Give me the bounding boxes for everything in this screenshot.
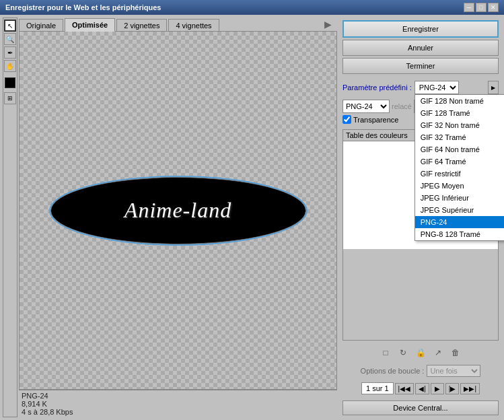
image-status: PNG-24 8,914 K 4 s à 28,8 Kbps bbox=[19, 390, 337, 417]
play-prev[interactable]: ◀| bbox=[415, 383, 429, 394]
preset-select[interactable]: PNG-24 bbox=[415, 81, 459, 94]
preset-options-button[interactable]: ▶ bbox=[488, 81, 499, 94]
loop-select[interactable]: Une fois bbox=[427, 365, 480, 377]
maximize-button[interactable]: □ bbox=[476, 3, 487, 12]
format-select[interactable]: PNG-24 bbox=[343, 100, 390, 113]
play-play[interactable]: ▶ bbox=[431, 383, 444, 394]
dropdown-item-png8128trame[interactable]: PNG-8 128 Tramé bbox=[415, 228, 504, 240]
tab-2vignettes[interactable]: 2 vignettes bbox=[116, 19, 167, 32]
preset-dropdown[interactable]: GIF 128 Non tramé GIF 128 Tramé GIF 32 N… bbox=[415, 94, 504, 241]
interlace-label: relacé bbox=[392, 102, 412, 110]
hand-tool[interactable]: ✋ bbox=[4, 60, 16, 72]
save-button[interactable]: Enregistrer bbox=[343, 20, 499, 38]
canvas-background: Anime-land bbox=[20, 32, 336, 389]
dropdown-item-gifrestrictif[interactable]: GIF restrictif bbox=[415, 168, 504, 180]
preset-label: Paramètre prédéfini : bbox=[343, 83, 412, 92]
loop-row: Options de boucle : Une fois bbox=[340, 363, 501, 378]
logo-oval: Anime-land bbox=[50, 177, 306, 244]
zoom-tool[interactable]: 🔍 bbox=[4, 33, 16, 45]
icon-new[interactable]: □ bbox=[380, 347, 392, 359]
dropdown-item-jpegsuperior[interactable]: JPEG Supérieur bbox=[415, 204, 504, 216]
tabs-arrow[interactable]: ▶ bbox=[322, 18, 334, 31]
dropdown-item-gif128nontrame[interactable]: GIF 128 Non tramé bbox=[415, 95, 504, 107]
tab-4vignettes[interactable]: 4 vignettes bbox=[168, 19, 219, 32]
frame-display: 1 sur 1 bbox=[361, 382, 394, 394]
window-title: Enregistrer pour le Web et les périphéri… bbox=[5, 3, 161, 11]
logo-text: Anime-land bbox=[124, 198, 231, 223]
title-bar: Enregistrer pour le Web et les périphéri… bbox=[0, 0, 504, 15]
play-first[interactable]: |◀◀ bbox=[395, 383, 415, 394]
device-central-button[interactable]: Device Central... bbox=[343, 400, 499, 415]
main-left: Originale Optimisée 2 vignettes 4 vignet… bbox=[19, 18, 337, 417]
icon-export[interactable]: ↗ bbox=[432, 347, 444, 359]
icon-lock[interactable]: 🔒 bbox=[415, 347, 427, 359]
play-last[interactable]: ▶▶| bbox=[460, 383, 480, 394]
window-controls[interactable]: ─ □ ✕ bbox=[464, 3, 499, 12]
transparency-checkbox[interactable] bbox=[343, 115, 351, 124]
tab-optimisee[interactable]: Optimisée bbox=[65, 18, 115, 32]
image-overlay: Anime-land bbox=[47, 174, 310, 248]
canvas-wrapper: Anime-land bbox=[19, 31, 337, 390]
dropdown-item-gif64nontrame[interactable]: GIF 64 Non tramé bbox=[415, 143, 504, 155]
bottom-icons: □ ↻ 🔒 ↗ 🗑 bbox=[340, 345, 501, 361]
color-swatch[interactable] bbox=[5, 77, 15, 88]
preset-select-container: PNG-24 GIF 128 Non tramé GIF 128 Tramé G… bbox=[415, 81, 499, 94]
image-time: 4 s à 28,8 Kbps bbox=[22, 408, 334, 416]
tabs-row: Originale Optimisée 2 vignettes 4 vignet… bbox=[19, 18, 337, 31]
eyedropper-tool[interactable]: ✒ bbox=[4, 46, 16, 59]
close-button[interactable]: ✕ bbox=[488, 3, 499, 12]
main-container: ↖ 🔍 ✒ ✋ ⊞ Originale Optimisée 2 vignette… bbox=[0, 15, 504, 420]
preset-row: Paramètre prédéfini : PNG-24 GIF 128 Non… bbox=[340, 79, 501, 96]
right-panel: Enregistrer Annuler Terminer Paramètre p… bbox=[340, 18, 501, 417]
pointer-tool[interactable]: ↖ bbox=[4, 20, 16, 32]
dropdown-item-jpeginferieur[interactable]: JPEG Inférieur bbox=[415, 192, 504, 204]
done-button[interactable]: Terminer bbox=[343, 58, 499, 74]
dropdown-item-gif128trame[interactable]: GIF 128 Tramé bbox=[415, 107, 504, 119]
action-buttons: Enregistrer Annuler Terminer bbox=[340, 18, 501, 77]
preset-dropdown-container: PNG-24 GIF 128 Non tramé GIF 128 Tramé G… bbox=[415, 81, 487, 94]
icon-delete[interactable]: 🗑 bbox=[449, 347, 462, 359]
loop-label: Options de boucle : bbox=[361, 367, 425, 375]
dropdown-item-jpegmoyen[interactable]: JPEG Moyen bbox=[415, 180, 504, 192]
playback-row: 1 sur 1 |◀◀ ◀| ▶ |▶ ▶▶| bbox=[340, 381, 501, 396]
dropdown-item-gif64trame[interactable]: GIF 64 Tramé bbox=[415, 155, 504, 168]
dropdown-item-gif32nontrame[interactable]: GIF 32 Non tramé bbox=[415, 119, 504, 131]
cancel-button[interactable]: Annuler bbox=[343, 40, 499, 56]
dropdown-item-gif32trame[interactable]: GIF 32 Tramé bbox=[415, 131, 504, 143]
toolbar: ↖ 🔍 ✒ ✋ ⊞ bbox=[3, 18, 17, 417]
image-format: PNG-24 bbox=[22, 392, 334, 400]
slice-tool[interactable]: ⊞ bbox=[4, 92, 16, 104]
minimize-button[interactable]: ─ bbox=[464, 3, 474, 12]
dropdown-item-png24[interactable]: PNG-24 bbox=[415, 216, 504, 228]
image-size: 8,914 K bbox=[22, 400, 334, 408]
icon-refresh[interactable]: ↻ bbox=[397, 347, 409, 359]
left-content: ↖ 🔍 ✒ ✋ ⊞ Originale Optimisée 2 vignette… bbox=[3, 18, 337, 417]
transparency-label[interactable]: Transparence bbox=[343, 115, 398, 124]
play-next[interactable]: |▶ bbox=[445, 383, 460, 394]
tab-originale[interactable]: Originale bbox=[19, 19, 63, 32]
